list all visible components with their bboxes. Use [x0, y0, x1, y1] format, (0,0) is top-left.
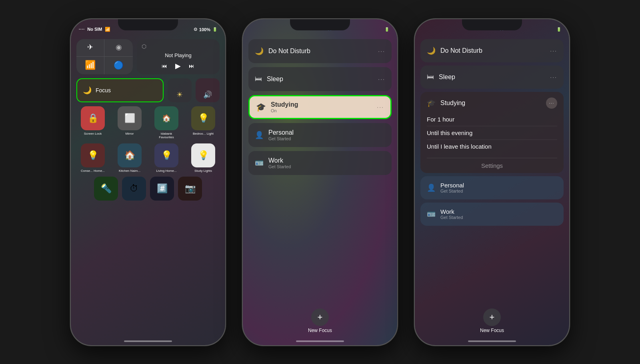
bedroom-light-icon: 💡 — [191, 106, 215, 130]
dnd-label: Do Not Disturb — [268, 48, 310, 55]
screen-lock-icon: 🔒 — [81, 106, 105, 130]
sleep-row[interactable]: 🛏 Sleep ··· — [420, 66, 564, 89]
cellular-icon: ◉ — [116, 43, 122, 52]
settings-link[interactable]: Settings — [420, 158, 564, 173]
study-lights-app[interactable]: 💡 Study Lights — [187, 143, 220, 173]
sleep-dots[interactable]: ··· — [378, 76, 385, 82]
bluetooth-icon: 🔵 — [114, 60, 124, 70]
timer-button[interactable]: ⏱ — [122, 177, 146, 201]
kitchen-app[interactable]: 🏠 Kitchen Naim... — [113, 143, 146, 173]
personal-sub: Get Started — [440, 189, 464, 193]
battery-icon: 🔋 — [384, 27, 389, 32]
bluetooth-button[interactable]: 🔵 — [104, 57, 132, 74]
studying-text-wrap: Studying On — [271, 101, 298, 113]
studying-icon: 🎓 — [427, 99, 436, 107]
no-sim-label: No SIM — [87, 27, 102, 32]
screen-mirror-icon: ⬜ — [118, 106, 142, 130]
for-1-hour-option[interactable]: For 1 hour — [427, 113, 557, 126]
green-arrow: ➜ — [547, 92, 563, 96]
dnd-dots[interactable]: ··· — [378, 48, 385, 54]
focus-button[interactable]: 🌙 Focus — [76, 78, 164, 102]
until-leave-option[interactable]: Until I leave this location — [427, 140, 557, 153]
status-right: ⊙ 100% 🔋 — [194, 27, 217, 32]
play-button[interactable]: ▶ — [175, 62, 181, 70]
study-lights-icon: 💡 — [191, 143, 215, 167]
home-indicator — [468, 340, 516, 342]
kitchen-icon: 🏠 — [118, 143, 142, 167]
plus-icon: + — [318, 312, 323, 322]
new-focus-button[interactable]: + — [311, 308, 329, 326]
until-this-evening-option[interactable]: Until this evening — [427, 126, 557, 140]
personal-left: 👤 Personal Get Started — [255, 129, 294, 141]
dnd-row[interactable]: 🌙 Do Not Disturb ··· — [420, 39, 564, 62]
sleep-row[interactable]: 🛏 Sleep ··· — [248, 67, 392, 91]
flashlight-button[interactable]: 🔦 — [94, 177, 118, 201]
dnd-left: 🌙 Do Not Disturb — [255, 47, 310, 56]
new-focus-bottom[interactable]: + New Focus — [420, 308, 564, 333]
sleep-left: 🛏 Sleep — [427, 73, 455, 81]
home-indicator — [124, 340, 172, 342]
work-text: Work Get Started — [440, 208, 463, 220]
console-home-app[interactable]: 💡 Conse... Home... — [76, 143, 109, 173]
bedroom-light-app[interactable]: 💡 Bedroo... Light — [187, 106, 220, 139]
home-indicator — [296, 340, 344, 342]
camera-button[interactable]: 📷 — [178, 177, 202, 201]
dnd-label: Do Not Disturb — [440, 47, 482, 54]
studying-dots-button[interactable]: ··· — [546, 97, 557, 109]
volume-icon: 🔊 — [203, 90, 212, 99]
wifi-icon: 📶 — [85, 60, 96, 70]
studying-dots[interactable]: ··· — [377, 104, 384, 110]
volume-slider[interactable]: 🔊 — [196, 78, 220, 102]
living-home-app[interactable]: 💡 Living Home... — [150, 143, 183, 173]
work-icon: 🪪 — [427, 210, 436, 219]
studying-row[interactable]: 🎓 Studying On ··· — [248, 95, 392, 119]
notch — [462, 19, 522, 30]
top-row: ✈ ◉ 📶 🔵 ⬡ Not Playing — [76, 39, 220, 74]
next-button[interactable]: ⏭ — [189, 63, 194, 69]
idabank-icon: 🏠 — [154, 106, 178, 130]
personal-row[interactable]: 👤 Personal Get Started — [248, 123, 392, 147]
sleep-icon: 🛏 — [255, 75, 262, 83]
personal-text: Personal Get Started — [440, 182, 464, 193]
idabank-app[interactable]: 🏠 Idabank Favourites — [150, 106, 183, 139]
now-playing-block: ⬡ Not Playing ⏮ ▶ ⏭ — [137, 39, 220, 74]
airplane-mode-button[interactable]: ✈ — [76, 39, 104, 57]
moon-icon: 🌙 — [83, 86, 92, 95]
personal-row[interactable]: 👤 Personal Get Started — [420, 176, 564, 199]
new-focus-button[interactable]: + — [483, 308, 501, 326]
work-sub: Get Started — [268, 164, 291, 169]
lock-icon: ⊙ — [194, 27, 197, 32]
work-label: Work — [268, 157, 291, 164]
personal-icon: 👤 — [255, 131, 264, 139]
screen-lock-app[interactable]: 🔒 Screen Lock — [76, 106, 109, 139]
time-options: For 1 hour Until this evening Until I le… — [420, 111, 564, 158]
living-home-icon: 💡 — [154, 143, 178, 167]
app-shortcuts-row1: 🔒 Screen Lock ⬜ Mirror 🏠 Idabank Favouri… — [76, 106, 220, 139]
personal-text-wrap: Personal Get Started — [268, 129, 294, 141]
phone-1: ···· No SIM 📶 ⊙ 100% 🔋 ✈ ◉ — [70, 18, 226, 346]
dnd-dots[interactable]: ··· — [550, 48, 557, 54]
do-not-disturb-row[interactable]: 🌙 Do Not Disturb ··· — [248, 39, 392, 63]
calculator-button[interactable]: #️⃣ — [150, 177, 174, 201]
brightness-icon: ☀ — [176, 90, 183, 99]
studying-dots-wrap: ··· ➜ — [546, 97, 557, 109]
prev-button[interactable]: ⏮ — [162, 63, 167, 69]
new-focus-bottom[interactable]: + New Focus — [248, 308, 392, 333]
screen-mirror-app[interactable]: ⬜ Mirror — [113, 106, 146, 139]
work-row[interactable]: 🪪 Work Get Started — [420, 203, 564, 226]
dnd-left: 🌙 Do Not Disturb — [427, 46, 482, 55]
personal-sub: Get Started — [268, 136, 294, 141]
sleep-label: Sleep — [439, 74, 455, 81]
sleep-dots[interactable]: ··· — [550, 74, 557, 80]
studying-expanded: 🎓 Studying ··· ➜ For 1 hour Until this e… — [420, 92, 564, 173]
cellular-button[interactable]: ◉ — [104, 39, 132, 57]
battery-icon: 🔋 — [556, 27, 561, 32]
phone-2: ●● 🔋 🌙 Do Not Disturb ··· 🛏 Sleep ··· — [242, 18, 398, 346]
brightness-slider[interactable]: ☀ — [168, 78, 192, 102]
studying-title: Studying — [440, 99, 465, 107]
studying-left: 🎓 Studying — [427, 99, 465, 107]
wifi-button[interactable]: 📶 — [76, 57, 104, 74]
work-left: 🪪 Work Get Started — [255, 157, 291, 169]
studying-left: 🎓 Studying On — [256, 101, 298, 113]
work-row[interactable]: 🪪 Work Get Started — [248, 151, 392, 175]
